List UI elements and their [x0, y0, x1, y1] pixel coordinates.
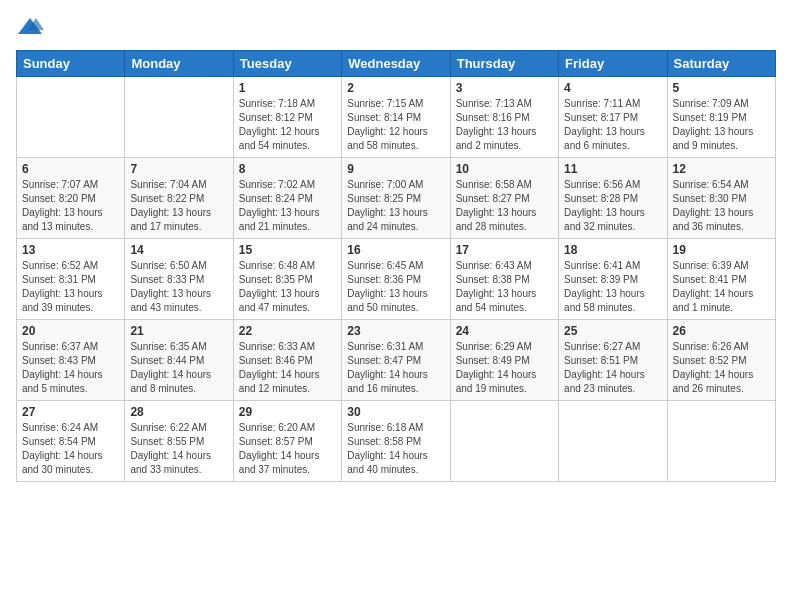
calendar-table: SundayMondayTuesdayWednesdayThursdayFrid…: [16, 50, 776, 482]
day-info: Sunrise: 6:41 AM Sunset: 8:39 PM Dayligh…: [564, 259, 661, 315]
calendar-cell: 12Sunrise: 6:54 AM Sunset: 8:30 PM Dayli…: [667, 158, 775, 239]
calendar-week-1: 1Sunrise: 7:18 AM Sunset: 8:12 PM Daylig…: [17, 77, 776, 158]
day-number: 30: [347, 405, 444, 419]
day-info: Sunrise: 7:13 AM Sunset: 8:16 PM Dayligh…: [456, 97, 553, 153]
day-info: Sunrise: 7:15 AM Sunset: 8:14 PM Dayligh…: [347, 97, 444, 153]
calendar-cell: 5Sunrise: 7:09 AM Sunset: 8:19 PM Daylig…: [667, 77, 775, 158]
calendar-cell: 29Sunrise: 6:20 AM Sunset: 8:57 PM Dayli…: [233, 401, 341, 482]
day-info: Sunrise: 6:43 AM Sunset: 8:38 PM Dayligh…: [456, 259, 553, 315]
weekday-header-sunday: Sunday: [17, 51, 125, 77]
logo-icon: [16, 16, 44, 38]
day-info: Sunrise: 6:58 AM Sunset: 8:27 PM Dayligh…: [456, 178, 553, 234]
day-number: 23: [347, 324, 444, 338]
calendar-cell: [450, 401, 558, 482]
day-info: Sunrise: 6:37 AM Sunset: 8:43 PM Dayligh…: [22, 340, 119, 396]
day-number: 6: [22, 162, 119, 176]
calendar-cell: 15Sunrise: 6:48 AM Sunset: 8:35 PM Dayli…: [233, 239, 341, 320]
day-number: 16: [347, 243, 444, 257]
day-info: Sunrise: 7:00 AM Sunset: 8:25 PM Dayligh…: [347, 178, 444, 234]
calendar-week-2: 6Sunrise: 7:07 AM Sunset: 8:20 PM Daylig…: [17, 158, 776, 239]
calendar-week-3: 13Sunrise: 6:52 AM Sunset: 8:31 PM Dayli…: [17, 239, 776, 320]
logo: [16, 16, 48, 38]
day-info: Sunrise: 6:48 AM Sunset: 8:35 PM Dayligh…: [239, 259, 336, 315]
calendar-cell: 24Sunrise: 6:29 AM Sunset: 8:49 PM Dayli…: [450, 320, 558, 401]
day-number: 12: [673, 162, 770, 176]
calendar-cell: 26Sunrise: 6:26 AM Sunset: 8:52 PM Dayli…: [667, 320, 775, 401]
day-number: 7: [130, 162, 227, 176]
day-number: 2: [347, 81, 444, 95]
day-info: Sunrise: 6:45 AM Sunset: 8:36 PM Dayligh…: [347, 259, 444, 315]
day-number: 25: [564, 324, 661, 338]
day-info: Sunrise: 6:39 AM Sunset: 8:41 PM Dayligh…: [673, 259, 770, 315]
calendar-cell: 14Sunrise: 6:50 AM Sunset: 8:33 PM Dayli…: [125, 239, 233, 320]
day-number: 15: [239, 243, 336, 257]
calendar-cell: [125, 77, 233, 158]
day-info: Sunrise: 6:56 AM Sunset: 8:28 PM Dayligh…: [564, 178, 661, 234]
day-info: Sunrise: 7:02 AM Sunset: 8:24 PM Dayligh…: [239, 178, 336, 234]
calendar-cell: 17Sunrise: 6:43 AM Sunset: 8:38 PM Dayli…: [450, 239, 558, 320]
day-number: 18: [564, 243, 661, 257]
weekday-header-friday: Friday: [559, 51, 667, 77]
day-info: Sunrise: 6:35 AM Sunset: 8:44 PM Dayligh…: [130, 340, 227, 396]
day-number: 24: [456, 324, 553, 338]
day-number: 22: [239, 324, 336, 338]
calendar-cell: 22Sunrise: 6:33 AM Sunset: 8:46 PM Dayli…: [233, 320, 341, 401]
weekday-header-thursday: Thursday: [450, 51, 558, 77]
calendar-cell: [17, 77, 125, 158]
day-info: Sunrise: 6:26 AM Sunset: 8:52 PM Dayligh…: [673, 340, 770, 396]
day-number: 29: [239, 405, 336, 419]
day-info: Sunrise: 7:18 AM Sunset: 8:12 PM Dayligh…: [239, 97, 336, 153]
day-number: 17: [456, 243, 553, 257]
calendar-cell: 16Sunrise: 6:45 AM Sunset: 8:36 PM Dayli…: [342, 239, 450, 320]
day-number: 10: [456, 162, 553, 176]
calendar-cell: 30Sunrise: 6:18 AM Sunset: 8:58 PM Dayli…: [342, 401, 450, 482]
calendar-cell: [667, 401, 775, 482]
weekday-header-saturday: Saturday: [667, 51, 775, 77]
calendar-cell: 27Sunrise: 6:24 AM Sunset: 8:54 PM Dayli…: [17, 401, 125, 482]
day-info: Sunrise: 6:52 AM Sunset: 8:31 PM Dayligh…: [22, 259, 119, 315]
calendar-cell: 1Sunrise: 7:18 AM Sunset: 8:12 PM Daylig…: [233, 77, 341, 158]
day-info: Sunrise: 6:29 AM Sunset: 8:49 PM Dayligh…: [456, 340, 553, 396]
day-number: 26: [673, 324, 770, 338]
calendar-cell: 3Sunrise: 7:13 AM Sunset: 8:16 PM Daylig…: [450, 77, 558, 158]
day-number: 20: [22, 324, 119, 338]
day-number: 27: [22, 405, 119, 419]
day-info: Sunrise: 6:20 AM Sunset: 8:57 PM Dayligh…: [239, 421, 336, 477]
day-number: 21: [130, 324, 227, 338]
calendar-cell: 20Sunrise: 6:37 AM Sunset: 8:43 PM Dayli…: [17, 320, 125, 401]
day-number: 13: [22, 243, 119, 257]
calendar-cell: 10Sunrise: 6:58 AM Sunset: 8:27 PM Dayli…: [450, 158, 558, 239]
day-info: Sunrise: 7:07 AM Sunset: 8:20 PM Dayligh…: [22, 178, 119, 234]
page-header: [16, 16, 776, 38]
calendar-cell: 4Sunrise: 7:11 AM Sunset: 8:17 PM Daylig…: [559, 77, 667, 158]
day-info: Sunrise: 6:22 AM Sunset: 8:55 PM Dayligh…: [130, 421, 227, 477]
day-info: Sunrise: 6:24 AM Sunset: 8:54 PM Dayligh…: [22, 421, 119, 477]
calendar-cell: 19Sunrise: 6:39 AM Sunset: 8:41 PM Dayli…: [667, 239, 775, 320]
day-info: Sunrise: 7:04 AM Sunset: 8:22 PM Dayligh…: [130, 178, 227, 234]
calendar-cell: 21Sunrise: 6:35 AM Sunset: 8:44 PM Dayli…: [125, 320, 233, 401]
weekday-header-tuesday: Tuesday: [233, 51, 341, 77]
day-info: Sunrise: 6:31 AM Sunset: 8:47 PM Dayligh…: [347, 340, 444, 396]
calendar-cell: 25Sunrise: 6:27 AM Sunset: 8:51 PM Dayli…: [559, 320, 667, 401]
day-number: 9: [347, 162, 444, 176]
day-number: 5: [673, 81, 770, 95]
calendar-week-4: 20Sunrise: 6:37 AM Sunset: 8:43 PM Dayli…: [17, 320, 776, 401]
calendar-cell: 7Sunrise: 7:04 AM Sunset: 8:22 PM Daylig…: [125, 158, 233, 239]
weekday-header-monday: Monday: [125, 51, 233, 77]
weekday-header-wednesday: Wednesday: [342, 51, 450, 77]
calendar-cell: 28Sunrise: 6:22 AM Sunset: 8:55 PM Dayli…: [125, 401, 233, 482]
calendar-cell: [559, 401, 667, 482]
calendar-cell: 9Sunrise: 7:00 AM Sunset: 8:25 PM Daylig…: [342, 158, 450, 239]
calendar-cell: 11Sunrise: 6:56 AM Sunset: 8:28 PM Dayli…: [559, 158, 667, 239]
day-info: Sunrise: 7:11 AM Sunset: 8:17 PM Dayligh…: [564, 97, 661, 153]
calendar-cell: 18Sunrise: 6:41 AM Sunset: 8:39 PM Dayli…: [559, 239, 667, 320]
day-number: 19: [673, 243, 770, 257]
day-number: 14: [130, 243, 227, 257]
calendar-header-row: SundayMondayTuesdayWednesdayThursdayFrid…: [17, 51, 776, 77]
day-info: Sunrise: 6:27 AM Sunset: 8:51 PM Dayligh…: [564, 340, 661, 396]
day-number: 3: [456, 81, 553, 95]
calendar-cell: 6Sunrise: 7:07 AM Sunset: 8:20 PM Daylig…: [17, 158, 125, 239]
day-number: 8: [239, 162, 336, 176]
calendar-cell: 8Sunrise: 7:02 AM Sunset: 8:24 PM Daylig…: [233, 158, 341, 239]
calendar-cell: 13Sunrise: 6:52 AM Sunset: 8:31 PM Dayli…: [17, 239, 125, 320]
